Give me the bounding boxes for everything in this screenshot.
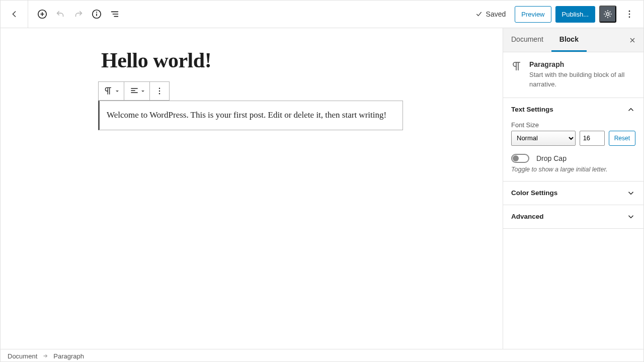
gear-icon: [603, 9, 613, 19]
chevron-left-icon: [9, 9, 19, 19]
chevron-down-icon: [141, 90, 144, 92]
tab-document[interactable]: Document: [503, 28, 551, 52]
chevron-down-icon: [626, 212, 635, 221]
toolbar-right: Saved Preview Publish...: [475, 5, 643, 23]
block-navigation-button[interactable]: [106, 5, 124, 23]
save-status: Saved: [475, 10, 506, 18]
post-title[interactable]: Hello world!: [101, 48, 403, 72]
align-left-icon: [129, 86, 139, 96]
more-vertical-icon: [624, 9, 634, 19]
svg-point-7: [159, 88, 160, 89]
block-description: Start with the building block of all nar…: [529, 70, 635, 89]
block-toolbar: [98, 81, 170, 101]
chevron-down-icon: [116, 90, 119, 92]
drop-cap-toggle[interactable]: [511, 154, 529, 163]
block-type-button[interactable]: [99, 82, 124, 100]
block-name: Paragraph: [529, 60, 635, 68]
font-size-input[interactable]: [580, 131, 605, 146]
chevron-down-icon: [626, 189, 635, 198]
arrow-right-icon: [42, 353, 48, 359]
content-info-button[interactable]: [88, 5, 106, 23]
font-size-label: Font Size: [511, 121, 635, 129]
font-size-select[interactable]: Normal: [511, 131, 576, 146]
panel-header-advanced[interactable]: Advanced: [503, 205, 643, 228]
svg-point-2: [96, 12, 97, 13]
tab-block[interactable]: Block: [551, 28, 587, 52]
close-icon: [628, 36, 636, 44]
block-info: Paragraph Start with the building block …: [503, 52, 643, 98]
undo-icon: [55, 9, 66, 20]
breadcrumb-root[interactable]: Document: [8, 352, 37, 360]
block-align-button[interactable]: [124, 82, 150, 100]
paragraph-icon: [104, 86, 114, 96]
publish-button[interactable]: Publish...: [555, 6, 595, 23]
back-button[interactable]: [1, 1, 28, 28]
redo-icon: [73, 9, 84, 20]
panel-color-settings: Color Settings: [503, 182, 643, 205]
sidebar-tabs: Document Block: [503, 28, 643, 52]
save-status-label: Saved: [486, 10, 506, 18]
breadcrumb-current: Paragraph: [53, 352, 84, 360]
add-block-button[interactable]: [33, 5, 51, 23]
paragraph-block[interactable]: Welcome to WordPress. This is your first…: [98, 101, 403, 130]
svg-point-9: [159, 93, 160, 94]
top-toolbar: Saved Preview Publish...: [1, 1, 643, 28]
breadcrumb: Document Paragraph: [1, 349, 643, 362]
svg-point-8: [159, 90, 160, 92]
panel-title: Color Settings: [511, 189, 557, 197]
undo-button[interactable]: [51, 5, 69, 23]
settings-sidebar: Document Block Paragraph Start with the …: [503, 28, 643, 349]
toolbar-left: [1, 1, 124, 28]
selected-block: Welcome to WordPress. This is your first…: [101, 81, 403, 130]
drop-cap-help: Toggle to show a large initial letter.: [511, 166, 635, 173]
info-icon: [91, 9, 102, 20]
drop-cap-label: Drop Cap: [536, 154, 567, 162]
panel-header-text-settings[interactable]: Text Settings: [503, 98, 643, 121]
check-icon: [475, 10, 483, 18]
panel-advanced: Advanced: [503, 205, 643, 229]
font-size-reset-button[interactable]: Reset: [609, 131, 635, 146]
paragraph-icon: [511, 60, 523, 89]
svg-point-3: [606, 13, 609, 15]
outline-icon: [109, 9, 120, 20]
editor-canvas[interactable]: Hello world! Welcome to WordPress. T: [1, 28, 503, 349]
preview-button[interactable]: Preview: [515, 6, 551, 23]
settings-toggle-button[interactable]: [599, 6, 616, 23]
main-area: Hello world! Welcome to WordPress. T: [1, 28, 643, 349]
chevron-up-icon: [626, 105, 635, 114]
svg-point-5: [629, 14, 630, 15]
svg-point-6: [629, 17, 630, 18]
plus-circle-icon: [37, 9, 48, 20]
panel-text-settings: Text Settings Font Size Normal Reset Dro…: [503, 98, 643, 182]
more-vertical-icon: [155, 86, 164, 96]
more-menu-button[interactable]: [620, 5, 638, 23]
block-more-button[interactable]: [150, 82, 169, 100]
close-sidebar-button[interactable]: [621, 36, 643, 44]
redo-button[interactable]: [69, 5, 88, 23]
panel-title: Text Settings: [511, 106, 553, 113]
panel-header-color-settings[interactable]: Color Settings: [503, 182, 643, 205]
svg-point-4: [629, 11, 630, 12]
panel-title: Advanced: [511, 213, 544, 220]
